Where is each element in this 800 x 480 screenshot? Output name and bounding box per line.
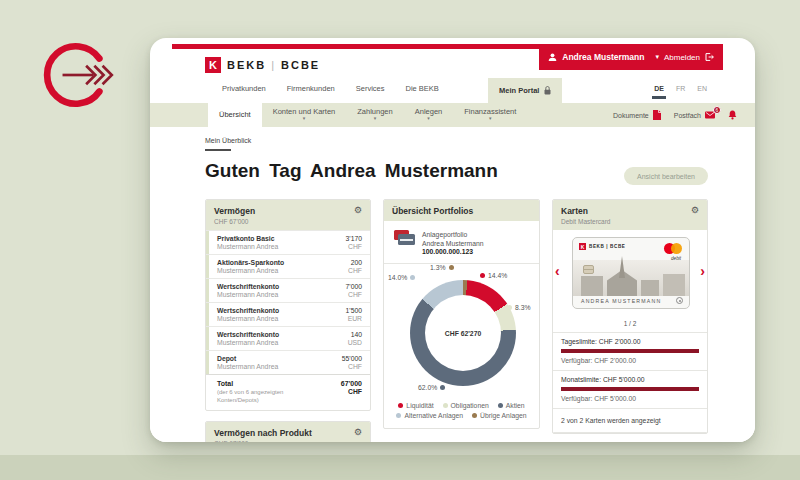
- logo-divider: |: [271, 59, 276, 71]
- portfolio-card: Übersicht Portfolios Anlageportfolio And…: [383, 199, 540, 429]
- carousel-prev-button[interactable]: ‹: [555, 264, 560, 278]
- legend-liquiditaet: Liquidität: [398, 402, 433, 409]
- mastercard-icon: [664, 243, 682, 254]
- dot-icon: [472, 413, 477, 418]
- page-background: Andrea Mustermann ▾ Abmelden K BEKB | BC…: [0, 0, 800, 480]
- dot-icon: [410, 275, 415, 280]
- breadcrumb[interactable]: Mein Überblick: [205, 137, 251, 144]
- account-row[interactable]: Wertschriftenkonto Mustermann Andrea 140…: [206, 326, 370, 350]
- vermoegen-card-header: Vermögen ⚙ CHF 67'000: [206, 200, 370, 230]
- tab-finanzassistent[interactable]: Finanzassistent ▾: [453, 103, 527, 127]
- account-row[interactable]: Wertschriftenkonto Mustermann Andrea 7'0…: [206, 278, 370, 302]
- utility-bar: Dokumente Postfach 6: [613, 103, 755, 127]
- bekb-logo-icon: K: [579, 243, 586, 250]
- postfach-badge: 6: [713, 106, 721, 114]
- lock-icon: [544, 86, 551, 95]
- tab-anlegen[interactable]: Anlegen ▾: [404, 103, 454, 127]
- bottom-band: [0, 455, 800, 480]
- donut-hole: CHF 62'270: [425, 295, 501, 371]
- bell-icon[interactable]: [728, 110, 737, 120]
- dot-icon: [440, 385, 445, 390]
- person-icon: [548, 53, 557, 61]
- primary-nav: Privatkunden Firmenkunden Services Die B…: [222, 84, 439, 93]
- carousel-next-button[interactable]: ›: [700, 264, 705, 278]
- produkt-card-header: Vermögen nach Produkt ⚙ CHF 67'000: [206, 422, 370, 442]
- edit-view-button[interactable]: Ansicht bearbeiten: [624, 167, 708, 185]
- produkt-title: Vermögen nach Produkt: [214, 428, 312, 438]
- bekb-arrow-logo-icon: [42, 36, 120, 114]
- total-note: (der 6 von 6 angezeigten Konten/Depots): [217, 389, 303, 404]
- tab-konten-und-karten[interactable]: Konten und Karten ▾: [262, 103, 347, 127]
- chart-legend: Liquidität Obligationen Aktien Alternati…: [384, 398, 539, 428]
- debit-card-image[interactable]: K BEKB | BCBE debit ANDREA MUSTERMANN: [572, 237, 690, 309]
- dot-icon: [498, 403, 503, 408]
- karten-card: Karten ⚙ Debit Mastercard ‹ ›: [552, 199, 708, 434]
- gear-icon[interactable]: ⚙: [354, 206, 362, 215]
- document-icon: [653, 110, 661, 120]
- account-row[interactable]: Aktionärs-Sparkonto Mustermann Andrea 20…: [206, 254, 370, 278]
- nav-item-firmenkunden[interactable]: Firmenkunden: [287, 84, 335, 93]
- karten-title: Karten: [561, 206, 588, 216]
- nav-item-privatkunden[interactable]: Privatkunden: [222, 84, 266, 93]
- portal-nav-bar: Übersicht Konten und Karten ▾ Zahlungen …: [150, 103, 755, 127]
- legend-aktien: Aktien: [498, 402, 525, 409]
- caret-down-icon: ▾: [489, 116, 492, 122]
- portfolio-owner: Andrea Mustermann: [422, 239, 484, 248]
- legend-uebrige-anlagen: Übrige Anlagen: [472, 412, 526, 419]
- bekb-logo-text: BEKB | BCBE: [227, 59, 320, 71]
- legend-obligationen: Obligationen: [443, 402, 489, 409]
- divider: [553, 432, 707, 433]
- gear-icon[interactable]: ⚙: [691, 206, 699, 215]
- page-title: Guten Tag Andrea Mustermann: [205, 160, 498, 182]
- portfolio-account-row[interactable]: Anlageportfolio Andrea Mustermann 100.00…: [384, 221, 539, 263]
- gear-icon[interactable]: ⚙: [354, 428, 362, 437]
- monatslimite-progress-bar: [561, 387, 699, 391]
- portfolio-number: 100.000.000.123: [422, 248, 484, 255]
- user-session-bar[interactable]: Andrea Mustermann ▾ Abmelden: [539, 44, 723, 70]
- nav-item-mein-portal[interactable]: Mein Portal: [488, 78, 562, 103]
- pct-label-liquiditaet: 14.4%: [480, 272, 507, 279]
- logout-button[interactable]: Abmelden: [664, 53, 700, 62]
- tageslimite-progress-bar: [561, 349, 699, 353]
- lang-de[interactable]: DE: [654, 85, 664, 92]
- pct-label-alternative: 14.0%: [388, 274, 415, 281]
- dot-icon: [398, 403, 403, 408]
- vermoegen-nach-produkt-card: Vermögen nach Produkt ⚙ CHF 67'000: [205, 421, 371, 442]
- dokumente-button[interactable]: Dokumente: [613, 110, 661, 120]
- pct-label-uebrige: 1.3%: [430, 264, 454, 271]
- account-row[interactable]: Wertschriftenkonto Mustermann Andrea 1'5…: [206, 302, 370, 326]
- lang-en[interactable]: EN: [697, 85, 707, 92]
- account-row[interactable]: Privatkonto Basic Mustermann Andrea 3'17…: [206, 230, 370, 254]
- tageslimite-block: Tageslimite: CHF 2'000.00 Verfügbar: CHF…: [553, 333, 707, 370]
- logout-icon[interactable]: [705, 53, 714, 61]
- portfolio-chart: CHF 62'270 1.3% 14.4% 8.3%: [384, 264, 539, 398]
- portfolio-title: Übersicht Portfolios: [392, 206, 473, 216]
- portfolio-type: Anlageportfolio: [422, 230, 484, 239]
- dot-icon: [449, 265, 454, 270]
- nav-item-services[interactable]: Services: [356, 84, 385, 93]
- pct-label-aktien: 62.0%: [418, 384, 445, 391]
- language-switcher: DE FR EN: [654, 85, 707, 92]
- dot-icon: [443, 403, 448, 408]
- legend-alternative-anlagen: Alternative Anlagen: [396, 412, 463, 419]
- tab-uebersicht[interactable]: Übersicht: [208, 103, 262, 127]
- donut-center-value: CHF 62'270: [445, 330, 481, 337]
- chevron-down-icon[interactable]: ▾: [655, 53, 659, 61]
- portal-content: Mein Überblick Guten Tag Andrea Musterma…: [150, 127, 755, 442]
- postfach-button[interactable]: Postfach 6: [674, 111, 715, 119]
- vermoegen-title: Vermögen: [214, 206, 255, 216]
- contactless-icon: [676, 297, 683, 304]
- tab-zahlungen[interactable]: Zahlungen ▾: [346, 103, 403, 127]
- caret-down-icon: ▾: [427, 116, 430, 122]
- caret-down-icon: ▾: [303, 116, 306, 122]
- portfolio-card-icon: [394, 230, 415, 245]
- dot-icon: [396, 413, 401, 418]
- monatslimite-block: Monatslimite: CHF 5'000.00 Verfügbar: CH…: [553, 371, 707, 408]
- nav-item-die-bekb[interactable]: Die BEKB: [406, 84, 439, 93]
- bekb-site-logo[interactable]: K BEKB | BCBE: [205, 57, 320, 73]
- lang-fr[interactable]: FR: [676, 85, 685, 92]
- dot-icon: [507, 305, 512, 310]
- card-chip: [583, 265, 594, 274]
- account-row[interactable]: Depot Mustermann Andrea 55'000 CHF: [206, 350, 370, 374]
- dot-icon: [480, 273, 485, 278]
